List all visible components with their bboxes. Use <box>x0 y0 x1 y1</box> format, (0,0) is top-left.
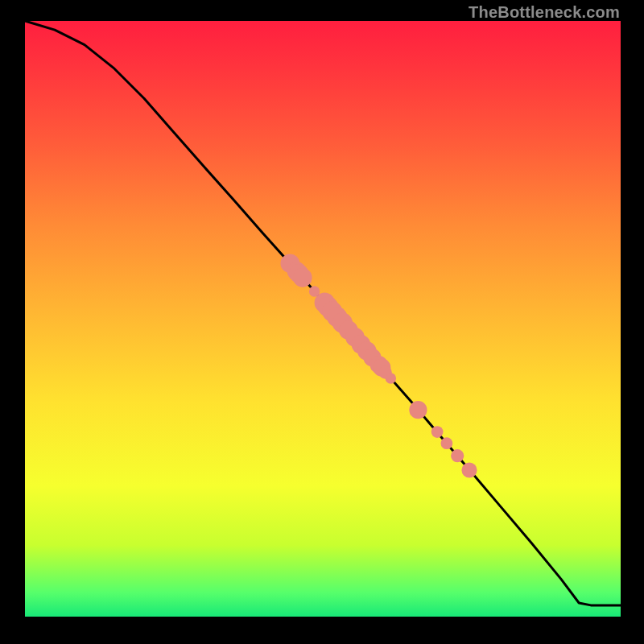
chart-stage: TheBottleneck.com <box>0 0 644 644</box>
watermark-text: TheBottleneck.com <box>469 3 620 22</box>
plot-area <box>25 21 621 617</box>
